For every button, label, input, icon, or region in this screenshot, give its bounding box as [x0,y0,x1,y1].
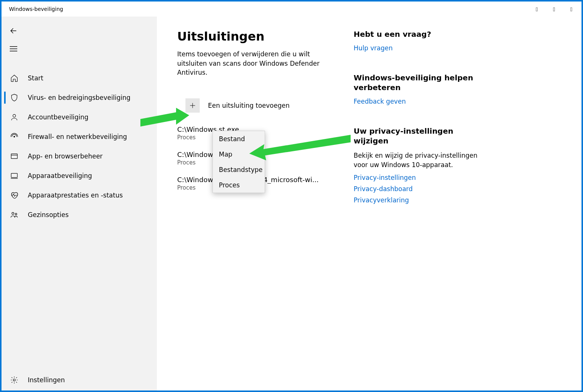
svg-rect-3 [11,173,18,178]
home-icon [10,74,19,83]
svg-point-0 [13,115,15,117]
hamburger-button[interactable] [5,40,23,58]
svg-point-1 [14,136,15,137]
nav-label: Virus- en bedreigingsbeveiliging [28,94,131,101]
family-icon [10,210,19,219]
nav-label: Apparaatbeveiliging [28,172,92,179]
window-title: Windows-beveiliging [9,6,63,12]
nav-item-account[interactable]: Accountbeveiliging [2,107,157,127]
back-button[interactable] [5,22,23,40]
nav-item-family[interactable]: Gezinsopties [2,205,157,225]
main-content: Uitsluitingen Items toevoegen of verwijd… [177,29,335,390]
svg-point-6 [13,379,15,381]
browser-icon [10,152,19,161]
help-link[interactable]: Hulp vragen [354,44,481,52]
nav-item-device-performance[interactable]: Apparaatprestaties en -status [2,185,157,205]
nav-item-settings[interactable]: Instellingen [2,369,157,390]
nav-item-virus[interactable]: Virus- en bedreigingsbeveiliging [2,88,157,107]
title-bar: Windows-beveiliging [2,2,581,17]
sidebar: Start Virus- en bedreigingsbeveiliging A… [2,17,157,390]
feedback-link[interactable]: Feedback geven [354,98,481,105]
nav-label: Firewall- en netwerkbeveiliging [28,133,127,140]
privacy-settings-link[interactable]: Privacy-instellingen [354,174,481,181]
account-icon [10,113,19,122]
minimize-button[interactable]:  [528,3,545,15]
add-exclusion-row[interactable]: Een uitsluiting toevoegen [185,98,335,113]
close-button[interactable]:  [563,3,580,15]
privacy-dashboard-link[interactable]: Privacy-dashboard [354,185,481,193]
svg-rect-2 [11,154,18,159]
firewall-icon [10,132,19,141]
nav-label: Accountbeveiliging [28,113,89,121]
device-icon [10,171,19,180]
add-exclusion-label: Een uitsluiting toevoegen [208,102,289,109]
page-title: Uitsluitingen [177,29,335,44]
aside-privacy-title: Uw privacy-instellingen wijzigen [354,126,481,146]
svg-marker-7 [140,108,189,127]
nav-label: Gezinsopties [28,211,69,219]
page-description: Items toevoegen of verwijderen die u wil… [177,50,335,77]
gear-icon [10,375,19,384]
nav-list: Start Virus- en bedreigingsbeveiliging A… [2,68,157,369]
nav-item-app-browser[interactable]: App- en browserbeheer [2,146,157,166]
aside-help-title: Hebt u een vraag? [354,29,481,39]
svg-point-4 [12,213,14,215]
hamburger-icon [10,46,17,51]
maximize-button[interactable]:  [545,3,563,15]
popup-option-filetype[interactable]: Bestandstype [213,162,265,177]
aside-privacy-text: Bekijk en wijzig de privacy-instellingen… [354,151,481,169]
nav-label: App- en browserbeheer [28,152,102,160]
nav-label: Apparaatprestaties en -status [28,191,123,199]
nav-item-firewall[interactable]: Firewall- en netwerkbeveiliging [2,127,157,146]
aside-panel: Hebt u een vraag? Hulp vragen Windows-be… [354,29,481,390]
back-arrow-icon [9,27,18,35]
nav-item-device-security[interactable]: Apparaatbeveiliging [2,166,157,185]
annotation-arrow-left [140,106,189,137]
aside-improve-title: Windows-beveiliging helpen verbeteren [354,73,481,92]
svg-marker-8 [249,135,351,160]
heart-icon [10,191,19,200]
annotation-arrow-right [249,135,351,163]
popup-option-process[interactable]: Proces [213,177,265,193]
svg-point-5 [15,213,17,215]
nav-label: Start [28,74,44,82]
shield-icon [10,93,19,102]
plus-icon [189,102,196,109]
settings-label: Instellingen [28,376,65,384]
nav-item-start[interactable]: Start [2,68,157,88]
privacy-statement-link[interactable]: Privacyverklaring [354,196,481,204]
